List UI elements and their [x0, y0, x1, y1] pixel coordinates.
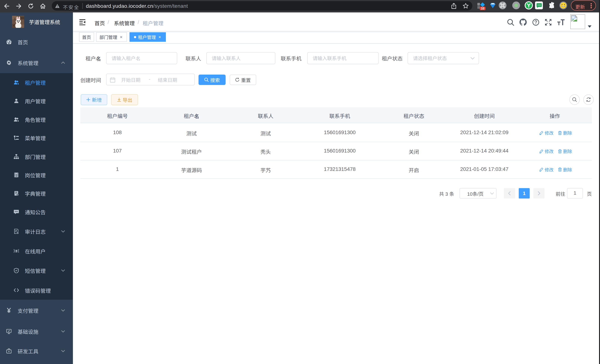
svg-text:10: 10 — [481, 7, 484, 10]
